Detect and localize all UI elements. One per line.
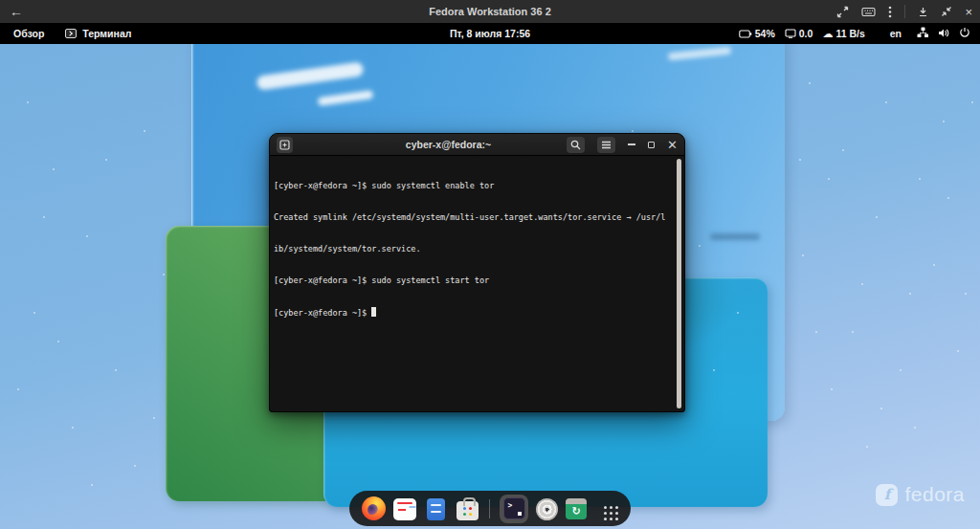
terminal-app-icon [65,29,77,38]
terminal-title: cyber-x@fedora:~ [327,139,569,150]
terminal-line: [cyber-x@fedora ~]$ [274,308,367,318]
network-rate: 11 B/s [835,28,864,39]
terminal-window: cyber-x@fedora:~ ✕ [cyber-x@fedora ~]$ s… [269,133,685,412]
app-menu[interactable]: Терминал [65,28,131,39]
show-apps-icon[interactable] [599,501,613,516]
back-icon[interactable]: ← [10,5,23,18]
cloud-icon: ☁ [822,29,833,39]
terminal-scrollbar[interactable] [677,159,681,408]
terminal-line: [cyber-x@fedora ~]$ sudo systemctl enabl… [274,181,673,191]
fullscreen-icon[interactable] [836,6,849,18]
menu-button[interactable] [597,137,615,153]
software-icon[interactable] [457,501,479,520]
close-button[interactable]: ✕ [667,139,678,151]
fedora-brand-text: fedora [904,483,965,506]
vm-titlebar: ← Fedora Workstation 36 2 × [0,0,980,23]
kebab-menu-icon[interactable] [888,6,892,18]
battery-percent: 54% [755,28,775,39]
network-tree-icon[interactable] [917,27,929,40]
terminal-prompt-line: [cyber-x@fedora ~]$ [274,307,673,319]
vm-window-title: Fedora Workstation 36 2 [0,6,980,17]
terminal-icon [503,497,525,519]
fedora-watermark: f fedora [876,483,965,506]
search-button[interactable] [567,137,585,153]
dock-separator [489,499,490,518]
cloud-shape [710,233,760,240]
files-icon[interactable] [427,498,445,520]
new-tab-button[interactable] [277,137,293,153]
rain-dots [0,44,2,46]
battery-indicator[interactable]: 54% [739,28,775,39]
screen: ← Fedora Workstation 36 2 × Обзор Термин… [0,0,980,529]
fedora-logo-icon: f [876,484,898,506]
maximize-button[interactable] [648,142,655,148]
gnome-top-bar: Обзор Терминал Пт, 8 июля 17:56 54% 0.0 … [0,23,980,44]
terminal-content[interactable]: [cyber-x@fedora ~]$ sudo systemctl enabl… [270,156,675,411]
activities-button[interactable]: Обзор [13,28,44,39]
power-icon[interactable] [959,27,970,40]
terminal-line: ib/systemd/system/tor.service. [274,244,673,254]
restore-window-icon[interactable] [941,6,952,17]
titlebar-separator [904,5,905,18]
calendar-icon[interactable] [393,498,416,520]
updater-icon[interactable] [566,498,587,519]
app-menu-label: Терминал [82,28,131,39]
dock [349,491,631,526]
minimize-window-icon[interactable] [918,7,928,17]
monitor-value: 0.0 [799,28,813,39]
terminal-cursor [371,307,376,317]
close-window-icon[interactable]: × [965,6,972,18]
network-speed-indicator[interactable]: ☁ 11 B/s [822,28,864,39]
firefox-icon[interactable] [362,496,386,520]
terminal-dock-item-active[interactable] [500,495,528,523]
terminal-line: [cyber-x@fedora ~]$ sudo systemctl start… [274,276,673,286]
volume-icon[interactable] [938,28,950,40]
minimize-button[interactable] [628,143,635,145]
keyboard-layout-indicator[interactable]: en [890,28,902,39]
keyboard-icon[interactable] [861,7,876,17]
terminal-line: Created symlink /etc/systemd/system/mult… [274,212,673,223]
terminal-titlebar[interactable]: cyber-x@fedora:~ ✕ [270,134,684,156]
disc-icon[interactable] [536,498,558,520]
monitor-indicator[interactable]: 0.0 [785,28,813,39]
